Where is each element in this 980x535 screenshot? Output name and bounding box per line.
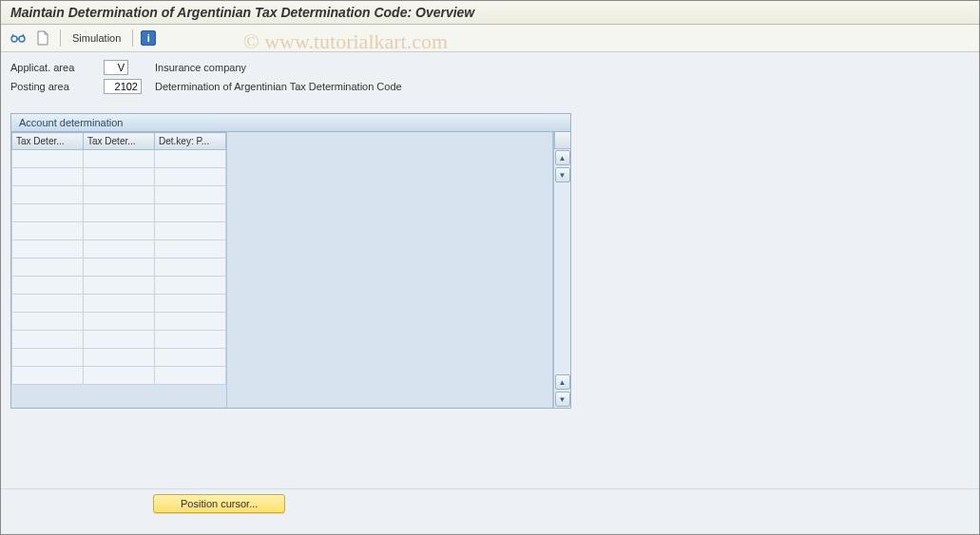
table-cell[interactable] [84,204,155,222]
table-cell[interactable] [84,295,155,313]
table-cell[interactable] [12,168,84,186]
table-cell[interactable] [84,258,155,277]
table-cell[interactable] [84,240,155,258]
table-cell[interactable] [84,331,155,349]
account-determination-panel: Account determination Tax Deter... Tax D… [10,113,571,409]
info-icon[interactable]: i [141,30,156,46]
table-row[interactable] [12,313,226,331]
account-determination-grid[interactable]: Tax Deter... Tax Deter... Det.key: P... [11,132,226,408]
new-page-icon[interactable] [33,29,52,48]
table-cell[interactable] [84,313,155,331]
app-toolbar: Simulation i [1,25,979,52]
table-cell[interactable] [155,168,226,186]
scroll-corner [554,132,570,149]
table-cell[interactable] [84,222,155,240]
table-cell[interactable] [155,150,226,168]
table-cell[interactable] [155,204,226,222]
table-cell[interactable] [155,186,226,204]
table-cell[interactable] [12,240,84,258]
table-row[interactable] [12,331,226,349]
table-cell[interactable] [12,186,84,204]
table-row[interactable] [12,186,226,204]
table-row[interactable] [12,367,226,385]
table-row[interactable] [12,258,226,277]
table-cell[interactable] [155,349,226,367]
glasses-icon[interactable] [9,29,28,48]
bottom-bar: Position cursor... [1,488,979,517]
table-cell[interactable] [12,313,84,331]
table-cell[interactable] [84,349,155,367]
posting-area-label: Posting area [10,81,96,92]
toolbar-divider [132,29,133,47]
table-cell[interactable] [12,349,84,367]
page-title: Maintain Determination of Argentinian Ta… [1,1,979,25]
scroll-track[interactable] [554,183,570,373]
table-row[interactable] [12,204,226,222]
col-header-1[interactable]: Tax Deter... [84,133,155,150]
table-cell[interactable] [155,240,226,258]
scroll-down-icon[interactable]: ▼ [555,167,570,182]
scroll-down2-icon[interactable]: ▼ [555,392,570,407]
scroll-up-icon[interactable]: ▲ [555,150,570,165]
table-row[interactable] [12,168,226,186]
posting-area-desc: Determination of Argentinian Tax Determi… [155,81,402,92]
table-cell[interactable] [12,277,84,295]
table-cell[interactable] [12,150,84,168]
table-cell[interactable] [155,313,226,331]
table-cell[interactable] [155,331,226,349]
table-cell[interactable] [155,367,226,385]
table-cell[interactable] [84,367,155,385]
posting-area-input[interactable] [104,79,142,94]
table-cell[interactable] [84,277,155,295]
table-cell[interactable] [12,331,84,349]
position-cursor-button[interactable]: Position cursor... [153,494,285,513]
applicat-area-desc: Insurance company [155,62,246,73]
table-row[interactable] [12,295,226,313]
table-row[interactable] [12,277,226,295]
table-row[interactable] [12,349,226,367]
table-cell[interactable] [12,295,84,313]
table-cell[interactable] [84,150,155,168]
table-cell[interactable] [12,258,84,277]
col-header-2[interactable]: Det.key: P... [155,133,226,150]
table-row[interactable] [12,240,226,258]
table-cell[interactable] [155,258,226,277]
vertical-scrollbar[interactable]: ▲ ▼ ▲ ▼ [553,132,570,408]
applicat-area-label: Applicat. area [10,62,96,73]
table-row[interactable] [12,222,226,240]
grid-empty-area [226,132,553,408]
table-cell[interactable] [12,204,84,222]
table-row[interactable] [12,150,226,168]
scroll-up2-icon[interactable]: ▲ [555,374,570,390]
table-cell[interactable] [155,277,226,295]
toolbar-divider [60,29,61,47]
table-cell[interactable] [12,367,84,385]
panel-header: Account determination [11,114,570,132]
selection-form: Applicat. area Insurance company Posting… [1,52,979,102]
table-cell[interactable] [84,168,155,186]
simulation-button[interactable]: Simulation [68,32,125,44]
table-cell[interactable] [84,186,155,204]
table-cell[interactable] [155,295,226,313]
col-header-0[interactable]: Tax Deter... [12,133,84,150]
table-cell[interactable] [12,222,84,240]
table-cell[interactable] [155,222,226,240]
applicat-area-input[interactable] [104,60,128,75]
